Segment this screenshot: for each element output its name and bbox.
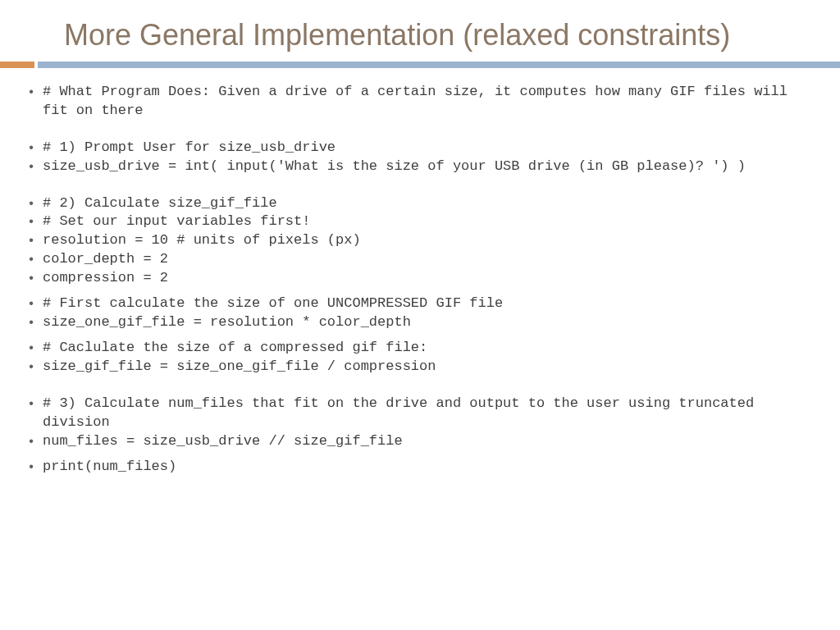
code-text: color_depth = 2 xyxy=(43,250,815,269)
code-line: •size_usb_drive = int( input('What is th… xyxy=(20,158,815,176)
bullet-icon: • xyxy=(20,139,43,157)
code-line: •# What Program Does: Given a drive of a… xyxy=(20,83,815,121)
bullet-icon: • xyxy=(20,339,43,357)
slide: More General Implementation (relaxed con… xyxy=(0,0,840,630)
slide-title: More General Implementation (relaxed con… xyxy=(0,16,840,55)
divider xyxy=(0,62,840,68)
bullet-icon: • xyxy=(20,231,43,249)
code-line: •print(num_files) xyxy=(20,458,815,477)
code-text: num_files = size_usb_drive // size_gif_f… xyxy=(43,432,815,451)
code-line: •# Set our input variables first! xyxy=(20,212,815,231)
bullet-icon: • xyxy=(20,294,43,313)
code-text: resolution = 10 # units of pixels (px) xyxy=(43,231,815,250)
code-line: •compression = 2 xyxy=(20,269,815,288)
code-text: # What Program Does: Given a drive of a … xyxy=(43,83,815,121)
code-line: •size_one_gif_file = resolution * color_… xyxy=(20,313,815,332)
code-line: •# 1) Prompt User for size_usb_drive xyxy=(20,139,815,158)
code-text: size_gif_file = size_one_gif_file / comp… xyxy=(43,358,815,377)
bullet-icon: • xyxy=(20,250,43,268)
code-line: •# 3) Calculate num_files that fit on th… xyxy=(20,395,815,432)
bullet-icon: • xyxy=(20,83,43,101)
accent-block xyxy=(0,62,34,68)
bullet-icon: • xyxy=(20,269,43,287)
bullet-icon: • xyxy=(20,395,43,413)
code-text: compression = 2 xyxy=(43,269,815,288)
code-line: •# 2) Calculate size_gif_file xyxy=(20,194,815,213)
code-line: •# First calculate the size of one UNCOM… xyxy=(20,294,815,313)
code-text: # Set our input variables first! xyxy=(43,212,815,231)
code-line: •num_files = size_usb_drive // size_gif_… xyxy=(20,432,815,451)
bullet-icon: • xyxy=(20,313,43,331)
code-text: # First calculate the size of one UNCOMP… xyxy=(43,294,815,313)
divider-bar xyxy=(38,62,840,68)
code-text: size_usb_drive = int( input('What is the… xyxy=(43,158,815,176)
bullet-icon: • xyxy=(20,358,43,376)
content-area: •# What Program Does: Given a drive of a… xyxy=(0,83,840,477)
code-line: •# Caclulate the size of a compressed gi… xyxy=(20,339,815,358)
code-text: # 1) Prompt User for size_usb_drive xyxy=(43,139,815,158)
code-text: print(num_files) xyxy=(43,458,815,477)
code-text: size_one_gif_file = resolution * color_d… xyxy=(43,313,815,332)
bullet-icon: • xyxy=(20,158,43,176)
code-text: # Caclulate the size of a compressed gif… xyxy=(43,339,815,358)
code-text: # 3) Calculate num_files that fit on the… xyxy=(43,395,815,432)
code-line: •resolution = 10 # units of pixels (px) xyxy=(20,231,815,250)
bullet-icon: • xyxy=(20,432,43,450)
code-text: # 2) Calculate size_gif_file xyxy=(43,194,815,213)
bullet-icon: • xyxy=(20,212,43,231)
code-line: •size_gif_file = size_one_gif_file / com… xyxy=(20,358,815,377)
bullet-icon: • xyxy=(20,458,43,476)
bullet-icon: • xyxy=(20,194,43,212)
code-line: •color_depth = 2 xyxy=(20,250,815,269)
